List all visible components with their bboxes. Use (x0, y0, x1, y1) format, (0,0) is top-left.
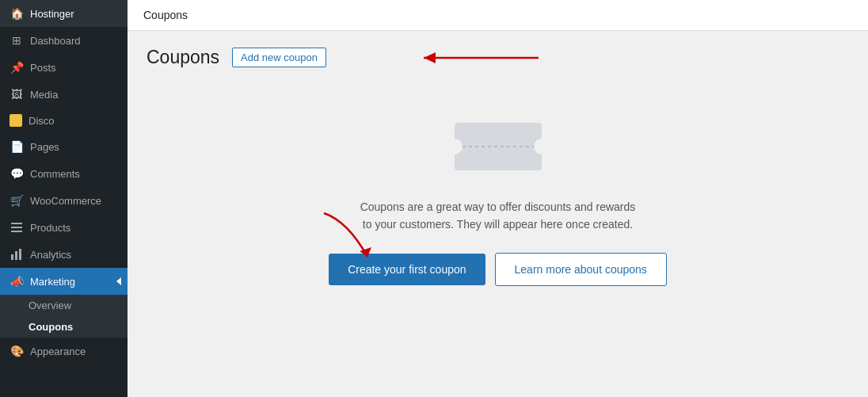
submenu-label-coupons: Coupons (29, 321, 73, 333)
annotation-arrow-1 (416, 46, 558, 70)
sidebar-label-dashboard: Dashboard (30, 35, 81, 47)
sidebar-label-appearance: Appearance (30, 345, 86, 357)
svg-rect-0 (11, 223, 22, 224)
analytics-icon (10, 247, 24, 261)
submenu-item-coupons[interactable]: Coupons (0, 316, 128, 338)
coupons-page-title: Coupons (147, 47, 219, 68)
sidebar-item-media[interactable]: 🖼 Media (0, 81, 128, 108)
sidebar-label-pages: Pages (30, 141, 59, 153)
empty-state: Coupons are a great way to offer discoun… (147, 87, 849, 302)
svg-rect-4 (15, 251, 17, 260)
sidebar-label-disco: Disco (29, 115, 55, 127)
page-header-title: Coupons (143, 9, 188, 21)
products-icon (10, 220, 24, 235)
sidebar-label-products: Products (30, 222, 70, 234)
sidebar-label-posts: Posts (30, 62, 56, 74)
marketing-collapse-arrow (116, 277, 121, 285)
sidebar-item-posts[interactable]: 📌 Posts (0, 54, 128, 81)
svg-marker-7 (424, 52, 436, 63)
coupons-header: Coupons Add new coupon (147, 47, 849, 68)
svg-marker-12 (360, 247, 371, 257)
comments-icon: 💬 (10, 166, 24, 181)
disco-icon (10, 114, 22, 127)
appearance-icon: 🎨 (10, 344, 24, 358)
sidebar-item-dashboard[interactable]: ⊞ Dashboard (0, 27, 128, 54)
page-header: Coupons (128, 0, 868, 31)
sidebar-label-woocommerce: WooCommerce (30, 195, 101, 207)
svg-rect-5 (19, 249, 21, 260)
sidebar-item-marketing[interactable]: 📣 Marketing (0, 268, 128, 295)
sidebar-item-analytics[interactable]: Analytics (0, 241, 128, 268)
learn-more-coupons-button[interactable]: Learn more about coupons (495, 253, 667, 286)
pages-icon: 📄 (10, 139, 24, 154)
sidebar-item-products[interactable]: Products (0, 214, 128, 241)
main-content: Coupons Coupons Add new coupon (128, 0, 868, 397)
sidebar-item-pages[interactable]: 📄 Pages (0, 133, 128, 160)
marketing-icon: 📣 (10, 274, 24, 288)
marketing-submenu: Overview Coupons (0, 295, 128, 338)
add-new-coupon-button[interactable]: Add new coupon (232, 48, 326, 67)
sidebar-label-media: Media (30, 89, 58, 101)
sidebar-item-appearance[interactable]: 🎨 Appearance (0, 338, 128, 365)
sidebar-label-hostinger: Hostinger (30, 8, 74, 20)
annotation-arrow-2 (300, 205, 395, 269)
sidebar: 🏠 Hostinger ⊞ Dashboard 📌 Posts 🖼 Media … (0, 0, 128, 397)
dashboard-icon: ⊞ (10, 33, 24, 48)
sidebar-label-analytics: Analytics (30, 249, 71, 261)
svg-rect-3 (11, 254, 13, 260)
submenu-label-overview: Overview (29, 300, 71, 311)
empty-state-description: Coupons are a great way to offer discoun… (360, 198, 636, 234)
sidebar-label-marketing: Marketing (30, 276, 75, 288)
coupon-ticket-icon (451, 111, 546, 182)
media-icon: 🖼 (10, 87, 24, 101)
sidebar-item-woocommerce[interactable]: 🛒 WooCommerce (0, 187, 128, 214)
sidebar-label-comments: Comments (30, 168, 80, 180)
sidebar-item-hostinger[interactable]: 🏠 Hostinger (0, 0, 128, 27)
svg-rect-1 (11, 227, 22, 228)
content-area: Coupons Add new coupon Coupons are a gr (128, 31, 868, 397)
posts-icon: 📌 (10, 60, 24, 74)
hostinger-icon: 🏠 (10, 6, 24, 21)
woocommerce-icon: 🛒 (10, 193, 24, 208)
submenu-item-overview[interactable]: Overview (0, 295, 128, 316)
svg-rect-2 (11, 231, 22, 232)
sidebar-item-comments[interactable]: 💬 Comments (0, 160, 128, 187)
sidebar-item-disco[interactable]: Disco (0, 108, 128, 133)
